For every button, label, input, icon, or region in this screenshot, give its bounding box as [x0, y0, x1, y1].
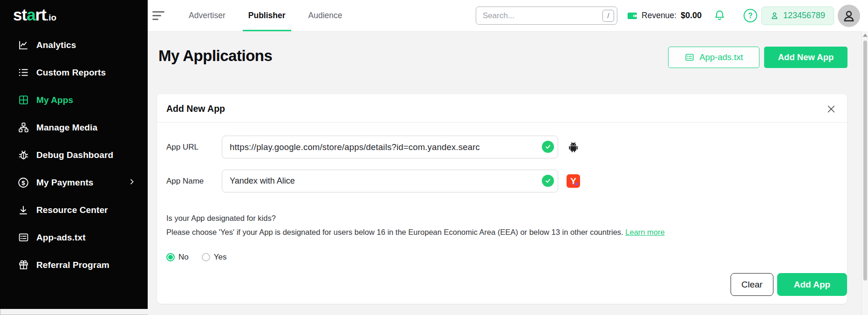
topbar: Advertiser Publisher Audience / Revenue:… [148, 0, 868, 31]
avatar[interactable] [838, 5, 860, 27]
tab-publisher[interactable]: Publisher [246, 0, 288, 31]
sidebar-item-label: Resource Center [36, 205, 108, 215]
app-ads-button-label: App-ads.txt [699, 52, 743, 62]
notifications-bell-icon[interactable] [713, 9, 726, 22]
learn-more-link[interactable]: Learn more [625, 228, 664, 236]
sidebar-item-referral-program[interactable]: Referral Program [0, 251, 148, 279]
wallet-icon [627, 11, 637, 21]
logo-text-accent: a [27, 6, 35, 24]
scrollbar-thumb[interactable] [863, 41, 867, 281]
tab-audience[interactable]: Audience [306, 0, 345, 31]
sidebar-item-label: App-ads.txt [36, 233, 86, 243]
sidebar-item-label: Analytics [36, 40, 76, 50]
app-window: start.io Analytics Custom Reports My App… [0, 0, 868, 315]
sidebar-item-label: Custom Reports [36, 68, 106, 78]
logo-text: rt [35, 6, 46, 24]
resource-download-icon [17, 204, 30, 217]
referral-gift-icon [17, 259, 30, 272]
revenue-value: $0.00 [681, 11, 702, 21]
debug-icon [17, 149, 30, 162]
sidebar-item-my-apps[interactable]: My Apps [0, 86, 148, 114]
app-ads-txt-button[interactable]: App-ads.txt [668, 47, 759, 68]
radio-option-no[interactable]: No [166, 253, 189, 262]
tab-advertiser[interactable]: Advertiser [186, 0, 228, 31]
yandex-app-icon: Y [567, 174, 580, 188]
sidebar: start.io Analytics Custom Reports My App… [0, 0, 148, 309]
custom-reports-icon [17, 66, 30, 79]
sidebar-item-manage-media[interactable]: Manage Media [0, 114, 148, 141]
payments-icon: $ [17, 176, 30, 189]
search-box: / [476, 7, 617, 25]
help-icon[interactable]: ? [744, 9, 757, 22]
radio-no-input[interactable] [166, 253, 175, 261]
close-icon[interactable] [826, 103, 837, 115]
sidebar-item-debug-dashboard[interactable]: Debug Dashboard [0, 141, 148, 169]
app-name-input[interactable] [222, 170, 558, 192]
sidebar-item-my-payments[interactable]: $ My Payments [0, 169, 148, 196]
radio-yes-input[interactable] [202, 253, 210, 261]
sidebar-item-label: Manage Media [36, 123, 97, 133]
radio-yes-label: Yes [214, 253, 227, 262]
sidebar-item-label: My Apps [36, 95, 73, 105]
revenue-indicator: Revenue: $0.00 [627, 11, 702, 21]
name-valid-check-icon [542, 175, 554, 187]
clear-button[interactable]: Clear [731, 273, 773, 296]
app-url-label: App URL [166, 143, 198, 152]
radio-option-yes[interactable]: Yes [202, 253, 227, 262]
analytics-icon [17, 39, 30, 52]
sidebar-nav: Analytics Custom Reports My Apps Manage … [0, 31, 148, 279]
sidebar-item-label: Debug Dashboard [36, 150, 113, 160]
kids-radio-group: No Yes [166, 253, 226, 262]
kids-help-text: Please choose 'Yes' if your App is desig… [166, 228, 665, 237]
sidebar-item-label: Referral Program [36, 260, 109, 270]
kids-help-sentence: Please choose 'Yes' if your App is desig… [166, 228, 623, 236]
app-ads-list-icon [684, 52, 695, 62]
chevron-right-icon [128, 178, 136, 187]
slash-shortcut-key: / [602, 10, 614, 22]
sidebar-item-analytics[interactable]: Analytics [0, 31, 148, 59]
app-url-input[interactable] [222, 136, 558, 158]
url-valid-check-icon [542, 141, 554, 153]
vertical-scrollbar[interactable] [861, 31, 868, 315]
role-tabs: Advertiser Publisher Audience [186, 0, 345, 31]
logo-text: st [13, 6, 27, 24]
android-icon [567, 140, 580, 154]
startio-logo[interactable]: start.io [13, 6, 56, 24]
card-title: Add New App [166, 103, 225, 114]
my-apps-icon [17, 94, 30, 107]
app-ads-icon [17, 231, 30, 244]
user-id-button[interactable]: 123456789 [761, 7, 834, 25]
svg-text:$: $ [21, 179, 25, 186]
sidebar-item-label: My Payments [36, 178, 94, 188]
search-input[interactable] [476, 7, 617, 25]
revenue-label: Revenue: [642, 11, 677, 21]
add-new-app-button[interactable]: Add New App [764, 47, 847, 68]
user-id-value: 123456789 [783, 11, 825, 21]
radio-no-label: No [178, 253, 189, 262]
scrollbar-up-arrow-icon[interactable] [863, 34, 868, 37]
yandex-dot [575, 183, 578, 185]
card-divider [157, 122, 847, 123]
kids-question: Is your App designated for kids? [166, 214, 276, 223]
logo-suffix: .io [46, 13, 56, 22]
menu-collapse-icon[interactable] [152, 6, 173, 26]
main-content: My Applications App-ads.txt Add New App … [148, 31, 868, 315]
add-new-app-card: Add New App App URL App Name Y [157, 94, 847, 304]
add-app-button[interactable]: Add App [777, 273, 847, 296]
sidebar-item-custom-reports[interactable]: Custom Reports [0, 59, 148, 86]
sidebar-item-app-ads[interactable]: App-ads.txt [0, 224, 148, 251]
app-name-label: App Name [166, 177, 204, 186]
manage-media-icon [17, 121, 30, 134]
user-icon [770, 11, 779, 20]
page-title: My Applications [158, 47, 272, 65]
sidebar-item-resource-center[interactable]: Resource Center [0, 196, 148, 224]
